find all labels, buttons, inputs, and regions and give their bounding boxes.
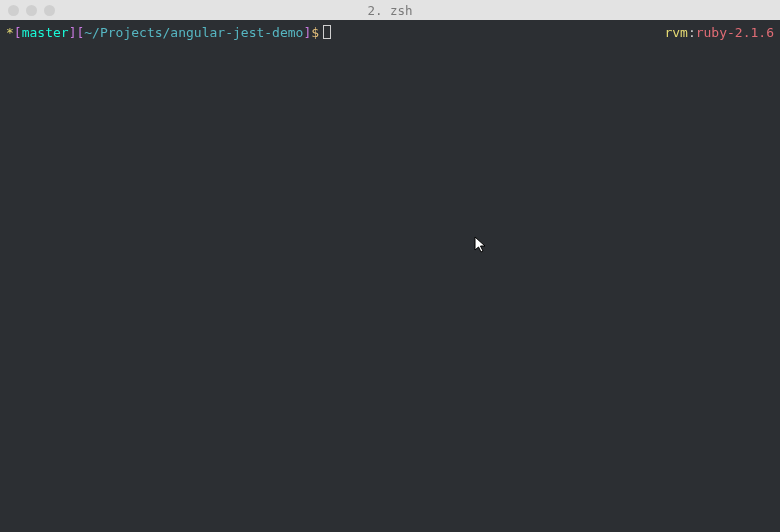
window-title: 2. zsh xyxy=(0,3,780,18)
rvm-label: rvm xyxy=(664,25,687,40)
prompt-right: rvm:ruby-2.1.6 xyxy=(664,24,774,42)
ruby-version: ruby-2.1.6 xyxy=(696,25,774,40)
git-branch: master xyxy=(22,25,69,40)
prompt-symbol: $ xyxy=(311,25,319,40)
mouse-cursor-icon xyxy=(474,236,488,254)
bracket-open: [ xyxy=(14,25,22,40)
prompt-left: *[master][~/Projects/angular-jest-demo]$ xyxy=(6,24,331,42)
rvm-colon: : xyxy=(688,25,696,40)
git-dirty-indicator: * xyxy=(6,25,14,40)
minimize-window-button[interactable] xyxy=(26,5,37,16)
window-titlebar: 2. zsh xyxy=(0,0,780,20)
close-window-button[interactable] xyxy=(8,5,19,16)
prompt-line: *[master][~/Projects/angular-jest-demo]$… xyxy=(6,24,774,42)
traffic-lights xyxy=(8,5,55,16)
terminal-cursor xyxy=(323,25,331,39)
terminal-body[interactable]: *[master][~/Projects/angular-jest-demo]$… xyxy=(0,20,780,532)
maximize-window-button[interactable] xyxy=(44,5,55,16)
working-directory: ~/Projects/angular-jest-demo xyxy=(84,25,303,40)
